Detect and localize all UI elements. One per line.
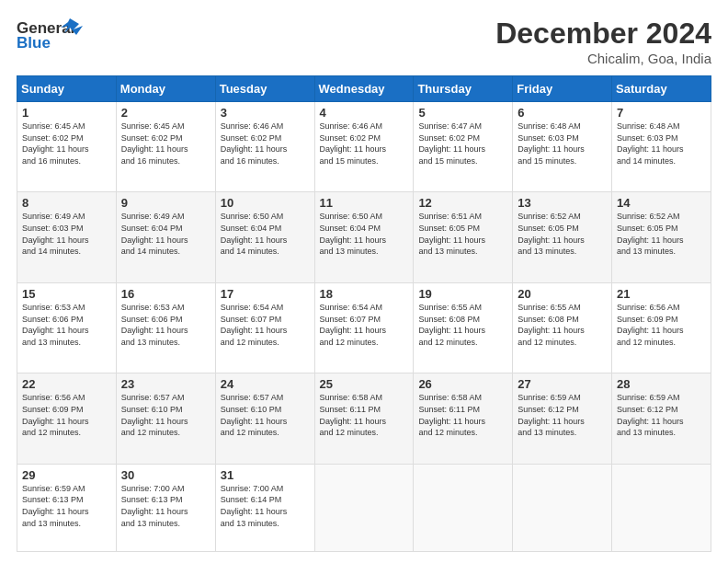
page: GeneralBlue December 2024 Chicalim, Goa,… — [0, 0, 728, 563]
calendar-cell: 27Sunrise: 6:59 AM Sunset: 6:12 PM Dayli… — [513, 373, 612, 464]
day-number: 7 — [617, 106, 706, 120]
day-number: 10 — [221, 196, 310, 210]
day-number: 6 — [518, 106, 607, 120]
day-info: Sunrise: 6:57 AM Sunset: 6:10 PM Dayligh… — [221, 392, 310, 438]
calendar-cell: 15Sunrise: 6:53 AM Sunset: 6:06 PM Dayli… — [17, 282, 117, 373]
calendar-cell: 7Sunrise: 6:48 AM Sunset: 6:03 PM Daylig… — [612, 102, 711, 192]
calendar-cell: 10Sunrise: 6:50 AM Sunset: 6:04 PM Dayli… — [215, 192, 314, 282]
day-info: Sunrise: 6:56 AM Sunset: 6:09 PM Dayligh… — [617, 302, 706, 348]
day-number: 14 — [617, 196, 706, 210]
day-info: Sunrise: 6:58 AM Sunset: 6:11 PM Dayligh… — [320, 392, 409, 438]
day-info: Sunrise: 7:00 AM Sunset: 6:13 PM Dayligh… — [121, 483, 210, 529]
day-info: Sunrise: 6:50 AM Sunset: 6:04 PM Dayligh… — [320, 211, 409, 257]
col-monday: Monday — [116, 76, 215, 102]
day-number: 11 — [320, 196, 409, 210]
calendar-cell: 25Sunrise: 6:58 AM Sunset: 6:11 PM Dayli… — [314, 373, 414, 464]
week-row-2: 8Sunrise: 6:49 AM Sunset: 6:03 PM Daylig… — [17, 192, 711, 282]
col-tuesday: Tuesday — [215, 76, 314, 102]
day-number: 25 — [320, 377, 409, 391]
col-friday: Friday — [513, 76, 612, 102]
calendar-cell: 30Sunrise: 7:00 AM Sunset: 6:13 PM Dayli… — [116, 464, 215, 551]
day-info: Sunrise: 6:45 AM Sunset: 6:02 PM Dayligh… — [22, 121, 111, 167]
svg-text:Blue: Blue — [17, 34, 51, 52]
col-thursday: Thursday — [414, 76, 513, 102]
calendar-cell: 21Sunrise: 6:56 AM Sunset: 6:09 PM Dayli… — [612, 282, 711, 373]
day-info: Sunrise: 6:45 AM Sunset: 6:02 PM Dayligh… — [121, 121, 210, 167]
calendar-cell: 31Sunrise: 7:00 AM Sunset: 6:14 PM Dayli… — [215, 464, 314, 551]
day-number: 1 — [22, 106, 111, 120]
day-info: Sunrise: 6:59 AM Sunset: 6:12 PM Dayligh… — [518, 392, 607, 438]
calendar-cell: 26Sunrise: 6:58 AM Sunset: 6:11 PM Dayli… — [414, 373, 513, 464]
day-info: Sunrise: 6:48 AM Sunset: 6:03 PM Dayligh… — [617, 121, 706, 167]
day-info: Sunrise: 6:52 AM Sunset: 6:05 PM Dayligh… — [617, 211, 706, 257]
calendar-cell: 12Sunrise: 6:51 AM Sunset: 6:05 PM Dayli… — [414, 192, 513, 282]
calendar: Sunday Monday Tuesday Wednesday Thursday… — [17, 75, 711, 552]
calendar-cell: 1Sunrise: 6:45 AM Sunset: 6:02 PM Daylig… — [17, 102, 117, 192]
day-info: Sunrise: 6:54 AM Sunset: 6:07 PM Dayligh… — [221, 302, 310, 348]
day-info: Sunrise: 6:53 AM Sunset: 6:06 PM Dayligh… — [22, 302, 111, 348]
header: GeneralBlue December 2024 Chicalim, Goa,… — [17, 17, 711, 66]
calendar-cell: 5Sunrise: 6:47 AM Sunset: 6:02 PM Daylig… — [414, 102, 513, 192]
calendar-cell: 28Sunrise: 6:59 AM Sunset: 6:12 PM Dayli… — [612, 373, 711, 464]
day-info: Sunrise: 6:55 AM Sunset: 6:08 PM Dayligh… — [518, 302, 607, 348]
day-number: 31 — [221, 468, 310, 482]
calendar-cell: 16Sunrise: 6:53 AM Sunset: 6:06 PM Dayli… — [116, 282, 215, 373]
calendar-cell: 20Sunrise: 6:55 AM Sunset: 6:08 PM Dayli… — [513, 282, 612, 373]
title-block: December 2024 Chicalim, Goa, India — [495, 17, 711, 66]
week-row-1: 1Sunrise: 6:45 AM Sunset: 6:02 PM Daylig… — [17, 102, 711, 192]
calendar-cell: 23Sunrise: 6:57 AM Sunset: 6:10 PM Dayli… — [116, 373, 215, 464]
day-number: 24 — [221, 377, 310, 391]
day-number: 5 — [418, 106, 507, 120]
day-info: Sunrise: 6:59 AM Sunset: 6:13 PM Dayligh… — [22, 483, 111, 529]
day-number: 22 — [22, 377, 111, 391]
day-info: Sunrise: 6:58 AM Sunset: 6:11 PM Dayligh… — [418, 392, 507, 438]
calendar-cell: 9Sunrise: 6:49 AM Sunset: 6:04 PM Daylig… — [116, 192, 215, 282]
day-info: Sunrise: 6:50 AM Sunset: 6:04 PM Dayligh… — [221, 211, 310, 257]
calendar-header-row: Sunday Monday Tuesday Wednesday Thursday… — [17, 76, 711, 102]
logo: GeneralBlue — [17, 17, 90, 53]
day-info: Sunrise: 6:56 AM Sunset: 6:09 PM Dayligh… — [22, 392, 111, 438]
day-number: 9 — [121, 196, 210, 210]
day-number: 27 — [518, 377, 607, 391]
col-sunday: Sunday — [17, 76, 117, 102]
day-number: 29 — [22, 468, 111, 482]
week-row-3: 15Sunrise: 6:53 AM Sunset: 6:06 PM Dayli… — [17, 282, 711, 373]
week-row-4: 22Sunrise: 6:56 AM Sunset: 6:09 PM Dayli… — [17, 373, 711, 464]
day-info: Sunrise: 6:52 AM Sunset: 6:05 PM Dayligh… — [518, 211, 607, 257]
calendar-cell — [314, 464, 414, 551]
day-number: 3 — [221, 106, 310, 120]
day-info: Sunrise: 6:48 AM Sunset: 6:03 PM Dayligh… — [518, 121, 607, 167]
calendar-cell: 22Sunrise: 6:56 AM Sunset: 6:09 PM Dayli… — [17, 373, 117, 464]
day-info: Sunrise: 6:47 AM Sunset: 6:02 PM Dayligh… — [418, 121, 507, 167]
col-wednesday: Wednesday — [314, 76, 414, 102]
calendar-cell: 11Sunrise: 6:50 AM Sunset: 6:04 PM Dayli… — [314, 192, 414, 282]
day-info: Sunrise: 6:49 AM Sunset: 6:03 PM Dayligh… — [22, 211, 111, 257]
day-number: 20 — [518, 287, 607, 301]
calendar-cell: 8Sunrise: 6:49 AM Sunset: 6:03 PM Daylig… — [17, 192, 117, 282]
day-number: 16 — [121, 287, 210, 301]
calendar-cell: 24Sunrise: 6:57 AM Sunset: 6:10 PM Dayli… — [215, 373, 314, 464]
day-number: 19 — [418, 287, 507, 301]
logo-svg: GeneralBlue — [17, 17, 90, 53]
day-info: Sunrise: 6:51 AM Sunset: 6:05 PM Dayligh… — [418, 211, 507, 257]
calendar-cell: 14Sunrise: 6:52 AM Sunset: 6:05 PM Dayli… — [612, 192, 711, 282]
day-info: Sunrise: 7:00 AM Sunset: 6:14 PM Dayligh… — [221, 483, 310, 529]
calendar-cell — [612, 464, 711, 551]
day-number: 23 — [121, 377, 210, 391]
calendar-cell: 3Sunrise: 6:46 AM Sunset: 6:02 PM Daylig… — [215, 102, 314, 192]
col-saturday: Saturday — [612, 76, 711, 102]
day-number: 8 — [22, 196, 111, 210]
day-number: 26 — [418, 377, 507, 391]
calendar-cell: 2Sunrise: 6:45 AM Sunset: 6:02 PM Daylig… — [116, 102, 215, 192]
calendar-cell: 13Sunrise: 6:52 AM Sunset: 6:05 PM Dayli… — [513, 192, 612, 282]
day-info: Sunrise: 6:53 AM Sunset: 6:06 PM Dayligh… — [121, 302, 210, 348]
calendar-cell: 19Sunrise: 6:55 AM Sunset: 6:08 PM Dayli… — [414, 282, 513, 373]
day-number: 28 — [617, 377, 706, 391]
calendar-cell: 6Sunrise: 6:48 AM Sunset: 6:03 PM Daylig… — [513, 102, 612, 192]
calendar-cell — [414, 464, 513, 551]
day-info: Sunrise: 6:46 AM Sunset: 6:02 PM Dayligh… — [320, 121, 409, 167]
day-number: 21 — [617, 287, 706, 301]
location: Chicalim, Goa, India — [495, 51, 711, 66]
day-info: Sunrise: 6:57 AM Sunset: 6:10 PM Dayligh… — [121, 392, 210, 438]
day-number: 15 — [22, 287, 111, 301]
